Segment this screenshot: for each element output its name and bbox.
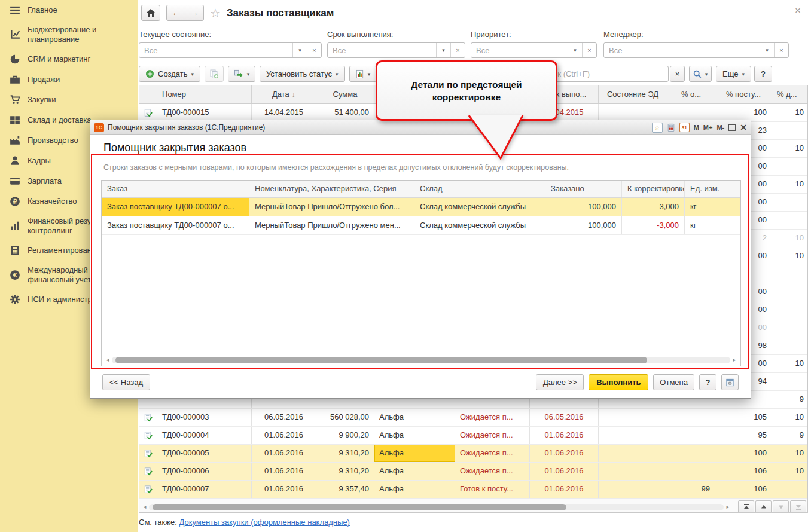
order-pct-d[interactable] — [772, 212, 808, 229]
chevron-down-icon[interactable]: ▾ — [292, 43, 307, 57]
order-organization[interactable]: Альфа — [374, 481, 455, 498]
set-status-button[interactable]: Установить статус ▾ — [260, 66, 345, 82]
create-button[interactable]: Создать ▾ — [139, 66, 200, 82]
next-step-button[interactable]: Далее >> — [536, 374, 584, 390]
chevron-down-icon[interactable]: ▾ — [760, 43, 774, 57]
header-date[interactable]: Дата ↓ — [252, 85, 316, 103]
order-status[interactable]: Готов к посту... — [455, 481, 530, 498]
order-date[interactable]: 01.06.2016 — [252, 445, 316, 462]
order-status[interactable]: Ожидается п... — [455, 445, 530, 462]
help-button[interactable]: ? — [754, 66, 772, 82]
order-date[interactable]: 01.06.2016 — [252, 481, 316, 498]
correction-amount[interactable]: -3,000 — [622, 216, 685, 234]
order-due-date[interactable]: 01.06.2016 — [530, 463, 599, 480]
header-pct-o[interactable]: % о... — [667, 85, 715, 103]
order-pct-o[interactable]: 99 — [667, 481, 715, 498]
order-sum[interactable]: 560 028,00 — [316, 409, 374, 426]
order-status[interactable]: Ожидается п... — [455, 409, 530, 426]
order-due-date[interactable]: 01.06.2016 — [530, 481, 599, 498]
memory-plus-button[interactable]: М+ — [703, 124, 713, 131]
manager-combo[interactable]: Все ▾ × — [603, 42, 789, 58]
order-status[interactable]: Ожидается п... — [455, 427, 530, 444]
header-to-correct[interactable]: К корректировке — [622, 181, 685, 197]
header-number[interactable]: Номер — [157, 85, 252, 103]
order-pct-d[interactable] — [772, 481, 808, 498]
order-pct-d[interactable]: 9 — [772, 427, 808, 444]
order-due-date[interactable]: 01.06.2016 — [530, 445, 599, 462]
order-pct-post[interactable]: 106 — [715, 481, 772, 498]
order-pct-d[interactable] — [772, 373, 808, 390]
order-number[interactable]: ТД00-000005 — [157, 445, 252, 462]
create-based-on-button[interactable]: ▾ — [228, 66, 255, 82]
document-check-icon[interactable] — [139, 409, 157, 426]
order-ed-state[interactable] — [599, 104, 667, 121]
header-sum[interactable]: Сумма — [316, 85, 374, 103]
order-organization[interactable]: Альфа — [374, 427, 455, 444]
favorites-icon[interactable]: ☆ — [652, 123, 663, 133]
order-pct-d[interactable]: 10 — [772, 176, 808, 193]
sidebar-item-budgeting[interactable]: Бюджетирование и планирование — [0, 20, 138, 49]
correction-amount[interactable]: 3,000 — [622, 198, 685, 216]
calendar-icon[interactable]: 31 — [679, 123, 690, 132]
order-pct-o[interactable] — [667, 463, 715, 480]
order-date[interactable]: 01.06.2016 — [252, 463, 316, 480]
order-pct-d[interactable] — [772, 283, 808, 301]
document-check-icon[interactable] — [139, 445, 157, 462]
close-dialog-icon[interactable]: ✕ — [740, 123, 747, 132]
order-pct-d[interactable] — [772, 122, 808, 139]
go-last-button[interactable] — [790, 500, 806, 513]
header-nomenclature[interactable]: Номенклатура, Характеристика, Серия — [249, 181, 414, 197]
order-pct-d[interactable]: 10 — [772, 445, 808, 462]
order-pct-d[interactable]: 10 — [772, 140, 808, 157]
order-pct-d[interactable] — [772, 194, 808, 211]
order-pct-d[interactable]: 10 — [772, 355, 808, 372]
clear-icon[interactable]: × — [582, 43, 596, 57]
order-ed-state[interactable] — [599, 409, 667, 426]
order-sum[interactable]: 9 310,20 — [316, 463, 374, 480]
header-ordered-qty[interactable]: Заказано — [545, 181, 622, 197]
more-button[interactable]: Еще ▾ — [716, 66, 751, 82]
order-organization[interactable]: Альфа — [374, 409, 455, 426]
order-ed-state[interactable] — [599, 445, 667, 462]
order-number[interactable]: ТД00-000007 — [157, 481, 252, 498]
execute-button[interactable]: Выполнить — [589, 374, 648, 390]
order-pct-post[interactable]: 100 — [715, 104, 772, 121]
order-due-date[interactable]: 06.05.2016 — [530, 409, 599, 426]
correction-qty[interactable]: 100,000 — [545, 198, 622, 216]
correction-warehouse[interactable]: Склад коммерческой службы — [414, 198, 545, 216]
memory-button[interactable]: М — [694, 124, 699, 131]
clear-icon[interactable]: × — [450, 43, 465, 57]
correction-warehouse[interactable]: Склад коммерческой службы — [414, 216, 545, 234]
sidebar-item-sales[interactable]: Продажи — [0, 69, 138, 90]
order-pct-post[interactable]: 106 — [715, 463, 772, 480]
cancel-button[interactable]: Отмена — [653, 374, 694, 390]
order-pct-d[interactable] — [772, 301, 808, 319]
order-pct-d[interactable] — [772, 319, 808, 337]
scroll-right-icon[interactable]: ► — [724, 505, 732, 510]
copy-button[interactable] — [205, 66, 224, 82]
order-pct-post[interactable]: 100 — [715, 445, 772, 462]
correction-qty[interactable]: 100,000 — [545, 216, 622, 234]
order-date[interactable]: 01.06.2016 — [252, 427, 316, 444]
correction-order[interactable]: Заказ поставщику ТД00-000007 о... — [102, 216, 249, 234]
table-row[interactable]: ТД00-000004 01.06.2016 9 900,20 Альфа Ож… — [139, 427, 807, 445]
header-pct-post[interactable]: % посту... — [715, 85, 772, 103]
order-pct-d[interactable]: 10 — [772, 463, 808, 480]
priority-combo[interactable]: Все ▾ × — [471, 42, 597, 58]
header-warehouse[interactable]: Склад — [414, 181, 545, 197]
order-pct-post[interactable]: 95 — [715, 427, 772, 444]
scroll-left-icon[interactable]: ◄ — [141, 505, 149, 510]
go-up-button[interactable] — [755, 500, 772, 513]
favorite-star-icon[interactable]: ☆ — [210, 6, 221, 20]
due-date-combo[interactable]: Все ▾ × — [327, 42, 465, 58]
clear-search-button[interactable]: × — [670, 66, 685, 82]
order-pct-d[interactable]: 10 — [772, 104, 808, 121]
correction-nomenclature[interactable]: МерныйТовар Пришло/Отгружено бол... — [249, 198, 414, 216]
correction-unit[interactable]: кг — [685, 198, 740, 216]
chevron-down-icon[interactable]: ▾ — [436, 43, 450, 57]
close-page-icon[interactable]: × — [795, 5, 801, 17]
dialog-help-button[interactable]: ? — [699, 374, 716, 390]
sidebar-item-crm[interactable]: CRM и маркетинг — [0, 49, 138, 69]
scrollbar-thumb[interactable] — [153, 504, 566, 510]
order-number[interactable]: ТД00-000003 — [157, 409, 252, 426]
